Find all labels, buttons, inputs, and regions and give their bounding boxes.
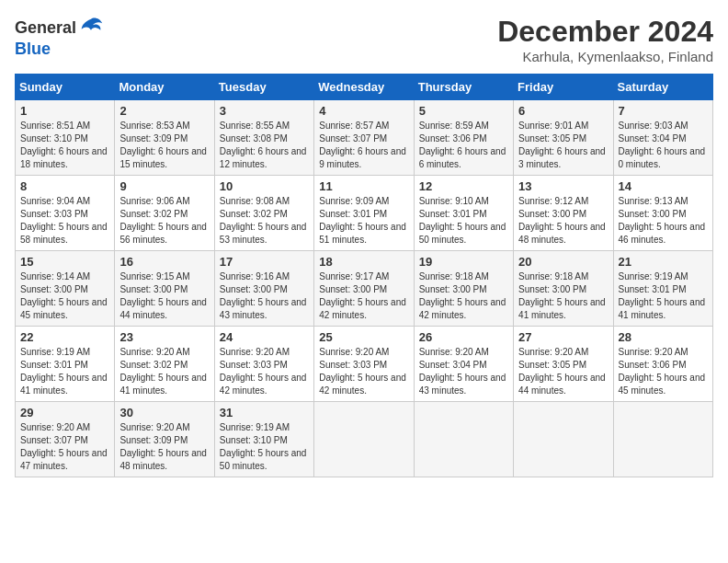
logo-blue-text: Blue: [15, 40, 104, 57]
calendar-cell: 23 Sunrise: 9:20 AMSunset: 3:02 PMDaylig…: [115, 327, 214, 402]
day-info: Sunrise: 9:18 AMSunset: 3:00 PMDaylight:…: [419, 271, 506, 320]
day-info: Sunrise: 9:14 AMSunset: 3:00 PMDaylight:…: [20, 271, 108, 320]
calendar-cell: 5 Sunrise: 8:59 AMSunset: 3:06 PMDayligh…: [414, 100, 513, 176]
calendar-cell: 22 Sunrise: 9:19 AMSunset: 3:01 PMDaylig…: [16, 327, 115, 402]
location-title: Karhula, Kymenlaakso, Finland: [497, 49, 713, 64]
calendar-dow-friday: Friday: [514, 75, 613, 100]
day-info: Sunrise: 9:06 AMSunset: 3:02 PMDaylight:…: [119, 196, 207, 245]
calendar-dow-thursday: Thursday: [414, 75, 513, 100]
calendar-cell: 3 Sunrise: 8:55 AMSunset: 3:08 PMDayligh…: [214, 100, 313, 176]
calendar-cell: 1 Sunrise: 8:51 AMSunset: 3:10 PMDayligh…: [16, 100, 115, 176]
calendar-cell: 16 Sunrise: 9:15 AMSunset: 3:00 PMDaylig…: [115, 251, 214, 327]
day-number: 28: [619, 330, 708, 344]
calendar-cell: 7 Sunrise: 9:03 AMSunset: 3:04 PMDayligh…: [613, 100, 712, 176]
day-info: Sunrise: 9:12 AMSunset: 3:00 PMDaylight:…: [518, 196, 606, 245]
calendar-cell: 24 Sunrise: 9:20 AMSunset: 3:03 PMDaylig…: [214, 327, 313, 402]
day-info: Sunrise: 8:51 AMSunset: 3:10 PMDaylight:…: [20, 121, 108, 169]
day-number: 16: [119, 255, 209, 269]
day-info: Sunrise: 9:20 AMSunset: 3:03 PMDaylight:…: [220, 347, 307, 396]
calendar-dow-monday: Monday: [115, 75, 214, 100]
logo-bird-icon: [78, 15, 104, 40]
day-number: 10: [220, 179, 309, 193]
calendar-cell: [514, 402, 613, 477]
day-number: 25: [319, 330, 408, 344]
calendar-week-5: 29 Sunrise: 9:20 AMSunset: 3:07 PMDaylig…: [16, 402, 713, 477]
calendar-cell: [314, 402, 414, 477]
calendar-cell: 14 Sunrise: 9:13 AMSunset: 3:00 PMDaylig…: [613, 176, 712, 251]
calendar-dow-sunday: Sunday: [16, 75, 115, 100]
day-number: 1: [20, 104, 109, 118]
logo: General Blue: [15, 15, 104, 57]
day-number: 14: [619, 179, 708, 193]
calendar-cell: 11 Sunrise: 9:09 AMSunset: 3:01 PMDaylig…: [314, 176, 414, 251]
calendar-cell: 13 Sunrise: 9:12 AMSunset: 3:00 PMDaylig…: [514, 176, 613, 251]
day-number: 7: [619, 104, 708, 118]
calendar-cell: 9 Sunrise: 9:06 AMSunset: 3:02 PMDayligh…: [115, 176, 214, 251]
day-number: 4: [319, 104, 408, 118]
calendar-week-1: 1 Sunrise: 8:51 AMSunset: 3:10 PMDayligh…: [16, 100, 713, 176]
day-info: Sunrise: 9:04 AMSunset: 3:03 PMDaylight:…: [20, 196, 108, 245]
day-number: 18: [319, 255, 408, 269]
title-area: December 2024 Karhula, Kymenlaakso, Finl…: [497, 15, 713, 64]
calendar-cell: [613, 402, 712, 477]
day-info: Sunrise: 8:53 AMSunset: 3:09 PMDaylight:…: [119, 121, 207, 169]
calendar-cell: 2 Sunrise: 8:53 AMSunset: 3:09 PMDayligh…: [115, 100, 214, 176]
calendar-cell: 8 Sunrise: 9:04 AMSunset: 3:03 PMDayligh…: [16, 176, 115, 251]
day-number: 27: [518, 330, 608, 344]
day-info: Sunrise: 9:19 AMSunset: 3:01 PMDaylight:…: [619, 271, 706, 320]
day-number: 19: [419, 255, 508, 269]
day-info: Sunrise: 9:20 AMSunset: 3:02 PMDaylight:…: [119, 347, 207, 396]
day-info: Sunrise: 9:08 AMSunset: 3:02 PMDaylight:…: [220, 196, 307, 245]
calendar-cell: 27 Sunrise: 9:20 AMSunset: 3:05 PMDaylig…: [514, 327, 613, 402]
day-info: Sunrise: 9:09 AMSunset: 3:01 PMDaylight:…: [319, 196, 406, 245]
day-info: Sunrise: 9:20 AMSunset: 3:09 PMDaylight:…: [119, 422, 207, 471]
day-number: 31: [220, 406, 309, 419]
day-number: 29: [20, 406, 109, 419]
day-info: Sunrise: 8:57 AMSunset: 3:07 PMDaylight:…: [319, 121, 406, 169]
calendar-cell: 29 Sunrise: 9:20 AMSunset: 3:07 PMDaylig…: [16, 402, 115, 477]
day-info: Sunrise: 9:13 AMSunset: 3:00 PMDaylight:…: [619, 196, 706, 245]
day-info: Sunrise: 9:19 AMSunset: 3:10 PMDaylight:…: [220, 422, 307, 471]
day-number: 2: [119, 104, 209, 118]
day-info: Sunrise: 9:03 AMSunset: 3:04 PMDaylight:…: [619, 121, 706, 169]
calendar-cell: 4 Sunrise: 8:57 AMSunset: 3:07 PMDayligh…: [314, 100, 414, 176]
calendar-header-row: SundayMondayTuesdayWednesdayThursdayFrid…: [16, 75, 713, 100]
calendar-cell: 18 Sunrise: 9:17 AMSunset: 3:00 PMDaylig…: [314, 251, 414, 327]
calendar-cell: [414, 402, 513, 477]
calendar-dow-saturday: Saturday: [613, 75, 712, 100]
calendar-cell: 17 Sunrise: 9:16 AMSunset: 3:00 PMDaylig…: [214, 251, 313, 327]
day-number: 9: [119, 179, 209, 193]
calendar-dow-wednesday: Wednesday: [314, 75, 414, 100]
day-number: 8: [20, 179, 109, 193]
day-number: 30: [119, 406, 209, 419]
calendar-week-2: 8 Sunrise: 9:04 AMSunset: 3:03 PMDayligh…: [16, 176, 713, 251]
calendar-cell: 15 Sunrise: 9:14 AMSunset: 3:00 PMDaylig…: [16, 251, 115, 327]
calendar-cell: 10 Sunrise: 9:08 AMSunset: 3:02 PMDaylig…: [214, 176, 313, 251]
calendar-table: SundayMondayTuesdayWednesdayThursdayFrid…: [15, 74, 713, 477]
page-header: General Blue December 2024 Karhula, Kyme…: [15, 15, 713, 64]
day-info: Sunrise: 9:16 AMSunset: 3:00 PMDaylight:…: [220, 271, 307, 320]
day-info: Sunrise: 9:20 AMSunset: 3:05 PMDaylight:…: [518, 347, 606, 396]
day-number: 3: [220, 104, 309, 118]
calendar-cell: 25 Sunrise: 9:20 AMSunset: 3:03 PMDaylig…: [314, 327, 414, 402]
day-info: Sunrise: 9:15 AMSunset: 3:00 PMDaylight:…: [119, 271, 207, 320]
calendar-cell: 31 Sunrise: 9:19 AMSunset: 3:10 PMDaylig…: [214, 402, 313, 477]
calendar-cell: 30 Sunrise: 9:20 AMSunset: 3:09 PMDaylig…: [115, 402, 214, 477]
day-info: Sunrise: 9:17 AMSunset: 3:00 PMDaylight:…: [319, 271, 406, 320]
day-info: Sunrise: 9:20 AMSunset: 3:07 PMDaylight:…: [20, 422, 108, 471]
calendar-cell: 21 Sunrise: 9:19 AMSunset: 3:01 PMDaylig…: [613, 251, 712, 327]
day-number: 6: [518, 104, 608, 118]
day-number: 23: [119, 330, 209, 344]
calendar-week-4: 22 Sunrise: 9:19 AMSunset: 3:01 PMDaylig…: [16, 327, 713, 402]
calendar-cell: 6 Sunrise: 9:01 AMSunset: 3:05 PMDayligh…: [514, 100, 613, 176]
day-number: 21: [619, 255, 708, 269]
month-title: December 2024: [497, 15, 713, 49]
day-number: 11: [319, 179, 408, 193]
logo-general-text: General: [15, 19, 76, 36]
calendar-cell: 19 Sunrise: 9:18 AMSunset: 3:00 PMDaylig…: [414, 251, 513, 327]
day-number: 13: [518, 179, 608, 193]
day-info: Sunrise: 9:18 AMSunset: 3:00 PMDaylight:…: [518, 271, 606, 320]
day-number: 26: [419, 330, 508, 344]
day-info: Sunrise: 9:20 AMSunset: 3:04 PMDaylight:…: [419, 347, 506, 396]
calendar-dow-tuesday: Tuesday: [214, 75, 313, 100]
